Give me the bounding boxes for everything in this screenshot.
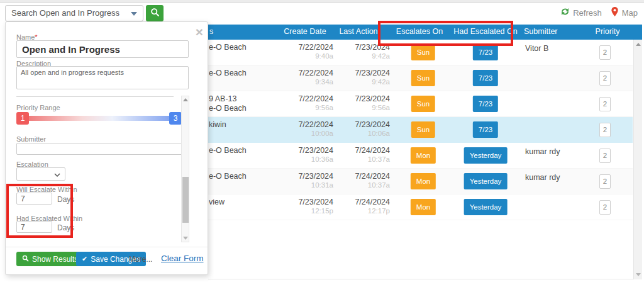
submitter-label: Submitter xyxy=(16,135,46,143)
table-row[interactable]: e-O Beach 7/23/2024 10:31a 7/24/2024 10:… xyxy=(208,169,633,194)
column-header-priority[interactable]: Priority xyxy=(596,27,620,36)
column-header-last-action[interactable]: Last Action xyxy=(339,27,377,36)
last-action-time: 9:42a xyxy=(327,52,390,60)
refresh-button[interactable]: Refresh xyxy=(560,7,602,18)
refresh-label: Refresh xyxy=(573,8,602,18)
priority-value: 2 xyxy=(599,123,611,137)
table-row[interactable]: 9 AB-13 e-O Beach 7/22/2024 9:56a 7/23/2… xyxy=(208,91,633,117)
column-header-had-escalated-on[interactable]: Had Escalated On xyxy=(453,27,517,36)
last-action-time: 9:56a xyxy=(327,104,390,111)
table-row[interactable]: view 7/23/2024 12:15p 7/24/2024 12:17p M… xyxy=(208,194,633,220)
chevron-down-icon xyxy=(54,173,60,177)
create-date: 7/22/2024 xyxy=(270,69,333,77)
create-time: 12:15p xyxy=(270,207,333,215)
had-escalated-on-badge: Yesterday xyxy=(464,147,508,164)
last-action-date: 7/23/2024 xyxy=(327,94,390,103)
top-actions: Refresh Map xyxy=(560,7,638,18)
search-editor-panel: × Name* Description All open and in prog… xyxy=(5,21,208,275)
priority-min-handle[interactable]: 1 xyxy=(16,112,29,125)
table-row-selected[interactable]: kiwin 7/22/2024 10:00a 7/23/2024 10:06a … xyxy=(208,117,633,143)
scroll-down-icon[interactable] xyxy=(636,273,641,276)
escalates-on-badge: Mon xyxy=(411,199,436,215)
submitter-value: Vitor B xyxy=(525,44,597,53)
create-date: 7/22/2024 xyxy=(270,120,333,129)
last-action-date: 7/24/2024 xyxy=(327,172,390,181)
escalates-on-badge: Sun xyxy=(411,70,435,86)
column-header-submitter[interactable]: Submitter xyxy=(524,27,558,36)
chevron-down-icon xyxy=(131,12,137,16)
had-escalated-on-badge: 7/23 xyxy=(473,44,498,60)
scroll-up-icon[interactable] xyxy=(636,43,641,46)
create-date: 7/23/2024 xyxy=(270,146,333,155)
create-date: 7/23/2024 xyxy=(270,198,333,206)
submitter-value: kumar rdy xyxy=(525,173,597,182)
priority-range-label: Priority Range xyxy=(16,104,60,111)
search-icon xyxy=(22,255,29,264)
refresh-icon xyxy=(560,7,570,18)
escalation-select[interactable] xyxy=(16,167,65,181)
table-row[interactable]: e-O Beach 7/23/2024 10:36a 7/24/2024 10:… xyxy=(208,143,633,169)
search-button[interactable] xyxy=(146,5,164,21)
table-scrollbar[interactable] xyxy=(633,40,642,279)
had-escalated-on-badge: 7/23 xyxy=(473,70,498,86)
create-date: 7/23/2024 xyxy=(270,172,333,181)
description-field[interactable]: All open and in progress requests xyxy=(16,66,189,89)
column-header-escalates-on[interactable]: Escalates On xyxy=(396,27,443,36)
close-icon[interactable]: × xyxy=(196,26,203,38)
will-escalate-field[interactable] xyxy=(16,193,52,205)
last-action-time: 12:17p xyxy=(327,207,390,215)
last-action-time: 9:42a xyxy=(327,78,390,86)
last-action-date: 7/23/2024 xyxy=(327,43,390,52)
scroll-down-icon[interactable] xyxy=(183,237,188,240)
priority-value: 2 xyxy=(599,97,611,111)
had-escalated-field[interactable] xyxy=(16,221,52,233)
escalates-on-badge: Sun xyxy=(411,121,435,138)
create-time: 10:36a xyxy=(270,155,333,163)
column-header-create-date[interactable]: Create Date xyxy=(284,27,326,36)
last-action-time: 10:37a xyxy=(327,181,390,189)
priority-max-handle[interactable]: 3 xyxy=(169,112,182,125)
scroll-up-icon[interactable] xyxy=(183,98,188,101)
had-escalated-on-badge: Yesterday xyxy=(464,199,508,215)
saved-search-dropdown[interactable]: Search Open and In Progress xyxy=(5,5,143,21)
grid-header: s Create Date Last Action Escalates On H… xyxy=(208,25,642,40)
show-results-button[interactable]: Show Results xyxy=(16,252,84,266)
had-escalated-on-badge: Yesterday xyxy=(464,173,508,189)
last-action-date: 7/24/2024 xyxy=(327,198,390,206)
show-results-label: Show Results xyxy=(32,255,78,264)
priority-value: 2 xyxy=(599,71,611,86)
escalates-on-badge: Sun xyxy=(411,96,435,112)
panel-scrollbar-thumb[interactable] xyxy=(182,177,189,223)
app-window: Search Open and In Progress Refresh Map xyxy=(0,0,644,292)
clear-form-link[interactable]: Clear Form xyxy=(161,254,204,263)
priority-range-slider[interactable] xyxy=(16,116,182,121)
submitter-value: kumar rdy xyxy=(525,147,597,156)
priority-value: 2 xyxy=(599,149,611,163)
table-row[interactable]: e-O Beach 7/22/2024 9:34a 7/23/2024 9:42… xyxy=(208,65,633,91)
create-date: 7/22/2024 xyxy=(270,94,333,103)
footer-divider xyxy=(6,247,208,247)
last-action-time: 10:37a xyxy=(327,155,390,163)
name-field[interactable] xyxy=(16,40,189,58)
last-action-date: 7/23/2024 xyxy=(327,120,390,129)
column-header-fragment[interactable]: s xyxy=(209,27,213,36)
map-label: Map xyxy=(622,8,638,18)
last-action-date: 7/24/2024 xyxy=(327,146,390,155)
had-escalated-on-badge: 7/23 xyxy=(473,96,498,112)
create-date: 7/22/2024 xyxy=(270,43,333,52)
priority-value: 2 xyxy=(599,45,611,60)
submitter-field[interactable] xyxy=(16,143,189,155)
more-button[interactable]: More... xyxy=(129,255,152,264)
priority-value: 2 xyxy=(599,200,611,215)
escalates-on-badge: Mon xyxy=(411,147,436,164)
create-time: 9:34a xyxy=(270,78,333,86)
last-action-date: 7/23/2024 xyxy=(327,69,390,77)
create-time: 9:56a xyxy=(270,104,333,111)
escalates-on-badge: Sun xyxy=(411,44,435,60)
request-grid: s Create Date Last Action Escalates On H… xyxy=(208,25,642,279)
map-button[interactable]: Map xyxy=(611,7,638,18)
table-row[interactable]: e-O Beach 7/22/2024 9:40a 7/23/2024 9:42… xyxy=(208,40,633,65)
scroll-cut-divider xyxy=(16,96,174,97)
had-escalated-on-badge: 7/23 xyxy=(473,121,498,138)
create-time: 10:31a xyxy=(270,181,333,189)
